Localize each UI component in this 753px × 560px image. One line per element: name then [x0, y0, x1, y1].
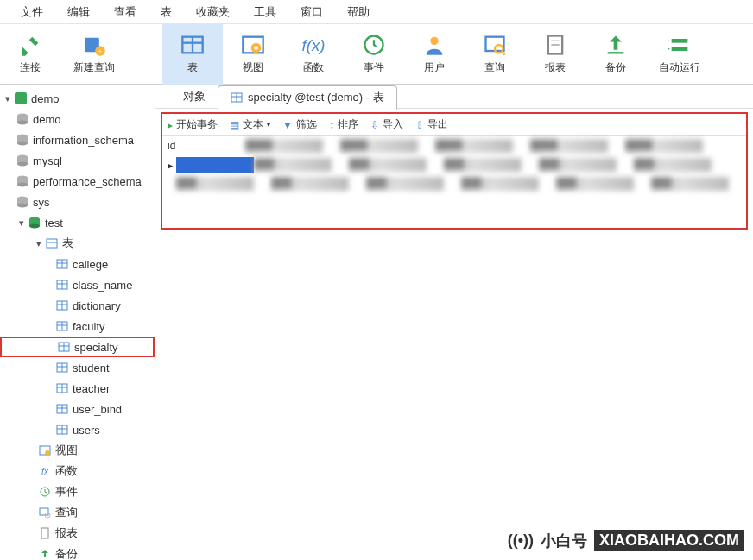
table-button[interactable]: 表	[162, 24, 223, 85]
db-demo[interactable]: demo	[0, 109, 155, 129]
menu-tool[interactable]: 工具	[242, 0, 288, 24]
function-button[interactable]: f(x) 函数	[283, 24, 344, 85]
table-icon	[57, 340, 71, 354]
connection-icon	[14, 91, 28, 105]
view-button[interactable]: 视图	[223, 24, 283, 85]
svg-rect-20	[672, 47, 688, 51]
navigator-panel: ▾ demo demo information_schema mysql per…	[0, 85, 155, 560]
table-dictionary[interactable]: dictionary	[0, 295, 155, 316]
autorun-button[interactable]: 自动运行	[646, 24, 713, 85]
db-sys[interactable]: sys	[0, 192, 155, 212]
export-button[interactable]: ⇧导出	[415, 117, 448, 132]
text-button[interactable]: ▤文本▾	[230, 117, 270, 132]
sort-button[interactable]: ↕排序	[329, 117, 358, 132]
import-button[interactable]: ⇩导入	[370, 117, 403, 132]
menu-edit[interactable]: 编辑	[55, 0, 102, 24]
table-specialty[interactable]: specialty	[0, 337, 155, 357]
cell-redacted: ███	[539, 158, 617, 172]
db-information-schema[interactable]: information_schema	[0, 129, 155, 150]
svg-rect-75	[41, 528, 48, 538]
queries-category[interactable]: 查询	[0, 502, 155, 523]
svg-rect-18	[608, 52, 624, 53]
backups-category[interactable]: 备份	[0, 544, 155, 560]
grid-row[interactable]: ███ ███ ███ ███ ███ ███	[162, 174, 746, 193]
svg-text:+: +	[98, 47, 102, 56]
svg-point-24	[17, 121, 28, 125]
query-icon	[483, 33, 507, 57]
backup-icon	[38, 547, 52, 560]
svg-text:f(x): f(x)	[302, 36, 326, 54]
data-grid[interactable]: id ████ ████ ████ ████ ████ ▸ ███ ███	[162, 136, 746, 228]
table-icon	[180, 33, 205, 57]
root-label: demo	[31, 92, 60, 105]
query-label: 查询	[484, 60, 505, 75]
svg-line-14	[502, 52, 505, 55]
function-icon: f(x)	[301, 33, 326, 57]
cell-redacted: ███	[366, 177, 444, 191]
tab-specialty-label: specialty @test (demo) - 表	[248, 85, 384, 110]
connect-button[interactable]: 连接	[0, 24, 60, 85]
svg-point-70	[45, 450, 50, 456]
database-icon	[16, 195, 29, 209]
table-faculty[interactable]: faculty	[0, 316, 155, 337]
text-icon: ▤	[230, 119, 239, 131]
menu-table[interactable]: 表	[149, 0, 184, 24]
svg-rect-40	[47, 239, 57, 248]
new-query-button[interactable]: + 新建查询	[60, 24, 128, 85]
tree-root-demo[interactable]: ▾ demo	[0, 88, 155, 109]
cell-redacted: ███	[444, 158, 522, 172]
menu-fav[interactable]: 收藏夹	[184, 0, 242, 24]
grid-row[interactable]: ▸ ███ ███ ███ ███ ███	[162, 155, 746, 174]
events-category[interactable]: 事件	[0, 481, 155, 502]
table-class-name[interactable]: class_name	[0, 274, 155, 295]
tab-bar: 对象 specialty @test (demo) - 表	[155, 85, 753, 109]
db-performance-schema[interactable]: performance_schema	[0, 171, 155, 192]
svg-point-27	[17, 142, 28, 146]
dropdown-icon: ▾	[267, 121, 270, 129]
query-button[interactable]: 查询	[465, 24, 525, 85]
grid-header[interactable]: id ████ ████ ████ ████ ████	[162, 136, 746, 155]
user-label: 用户	[424, 60, 445, 75]
col-redacted: ████	[340, 139, 418, 153]
db-mysql[interactable]: mysql	[0, 150, 155, 171]
col-id[interactable]: id	[168, 140, 245, 152]
begin-transaction-button[interactable]: ▸开始事务	[168, 117, 218, 132]
tab-object[interactable]: 对象	[171, 85, 218, 109]
table-users[interactable]: users	[0, 419, 155, 440]
table-callege[interactable]: callege	[0, 254, 155, 274]
table-user-bind[interactable]: user_bind	[0, 399, 155, 419]
cell-redacted: ███	[271, 177, 349, 191]
filter-button[interactable]: ▼筛选	[282, 117, 317, 132]
report-button[interactable]: 报表	[525, 24, 585, 85]
svg-rect-73	[40, 508, 48, 515]
table-icon	[55, 402, 69, 416]
menu-view[interactable]: 查看	[102, 0, 149, 24]
tab-specialty[interactable]: specialty @test (demo) - 表	[218, 85, 397, 110]
menu-help[interactable]: 帮助	[335, 0, 382, 24]
db-test[interactable]: ▾test	[0, 212, 155, 233]
grid-toolbar: ▸开始事务 ▤文本▾ ▼筛选 ↕排序 ⇩导入 ⇧导出	[162, 114, 746, 136]
functions-category[interactable]: fx函数	[0, 461, 155, 481]
cell-redacted: ███	[461, 177, 539, 191]
cell-selected[interactable]	[176, 157, 254, 173]
table-icon	[55, 278, 69, 292]
plug-icon	[18, 33, 42, 57]
table-icon	[231, 91, 243, 104]
table-teacher[interactable]: teacher	[0, 378, 155, 399]
user-button[interactable]: 用户	[404, 24, 465, 85]
event-button[interactable]: 事件	[344, 24, 404, 85]
clock-icon	[38, 485, 52, 499]
menu-window[interactable]: 窗口	[288, 0, 335, 24]
tables-category[interactable]: ▾表	[0, 233, 155, 254]
cell-redacted: ███	[634, 158, 712, 172]
reports-category[interactable]: 报表	[0, 523, 155, 544]
table-student[interactable]: student	[0, 357, 155, 378]
table-label: 表	[187, 60, 198, 75]
database-icon	[16, 112, 29, 126]
backup-button[interactable]: 备份	[585, 24, 646, 85]
event-label: 事件	[364, 60, 384, 75]
views-category[interactable]: 视图	[0, 440, 155, 461]
table-icon	[55, 381, 69, 395]
menu-file[interactable]: 文件	[9, 0, 55, 24]
autorun-icon	[668, 33, 692, 57]
